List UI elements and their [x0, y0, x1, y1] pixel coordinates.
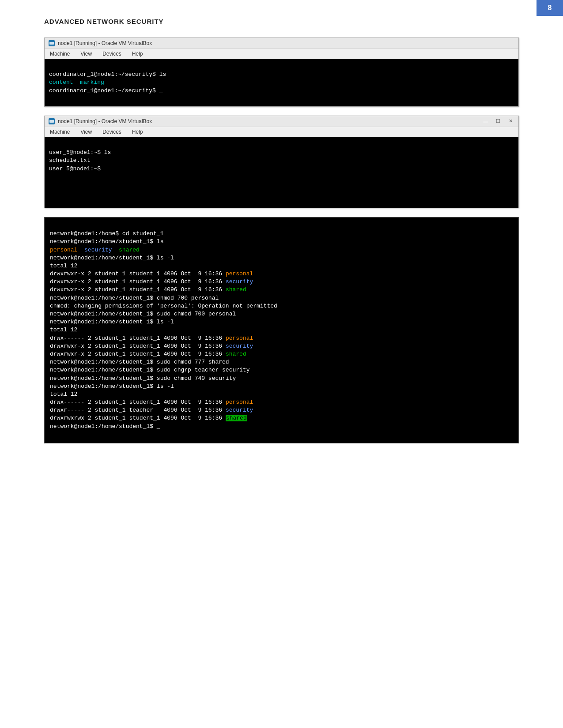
menu-view-1[interactable]: View	[79, 50, 94, 58]
menu-view-2[interactable]: View	[79, 128, 94, 136]
page-title: ADVANCED NETWORK SECURITY	[44, 18, 164, 25]
maximize-button[interactable]: ☐	[494, 118, 503, 125]
svg-rect-1	[49, 42, 54, 45]
close-button[interactable]: ✕	[506, 118, 515, 125]
virtualbox-window-2: node1 [Running] - Oracle VM VirtualBox —…	[44, 116, 519, 208]
vbox-icon-1	[48, 40, 55, 47]
menu-help-2[interactable]: Help	[130, 128, 145, 136]
menu-devices-2[interactable]: Devices	[101, 128, 123, 136]
minimize-button[interactable]: —	[481, 118, 490, 125]
window-title-1: node1 [Running] - Oracle VM VirtualBox	[58, 40, 515, 46]
menubar-1: Machine View Devices Help	[45, 49, 518, 59]
window-controls-2: — ☐ ✕	[481, 118, 515, 125]
terminal-3: network@node1:/home$ cd student_1 networ…	[45, 218, 518, 443]
window-title-2: node1 [Running] - Oracle VM VirtualBox	[58, 118, 481, 124]
screenshots-container: node1 [Running] - Oracle VM VirtualBox M…	[44, 38, 519, 452]
titlebar-2: node1 [Running] - Oracle VM VirtualBox —…	[45, 116, 518, 127]
menu-help-1[interactable]: Help	[130, 50, 145, 58]
virtualbox-window-3: network@node1:/home$ cd student_1 networ…	[44, 217, 519, 443]
terminal-1: coordinator_1@node1:~/security$ ls conte…	[45, 59, 518, 106]
menubar-2: Machine View Devices Help	[45, 127, 518, 137]
menu-devices-1[interactable]: Devices	[101, 50, 123, 58]
menu-machine-2[interactable]: Machine	[48, 128, 72, 136]
virtualbox-window-1: node1 [Running] - Oracle VM VirtualBox M…	[44, 38, 519, 107]
page-number-badge: 8	[537, 0, 563, 16]
terminal-2: user_5@node1:~$ ls schedule.txt user_5@n…	[45, 137, 518, 208]
vbox-icon-2	[48, 118, 55, 125]
svg-rect-3	[49, 120, 54, 123]
titlebar-1: node1 [Running] - Oracle VM VirtualBox	[45, 38, 518, 49]
menu-machine-1[interactable]: Machine	[48, 50, 72, 58]
